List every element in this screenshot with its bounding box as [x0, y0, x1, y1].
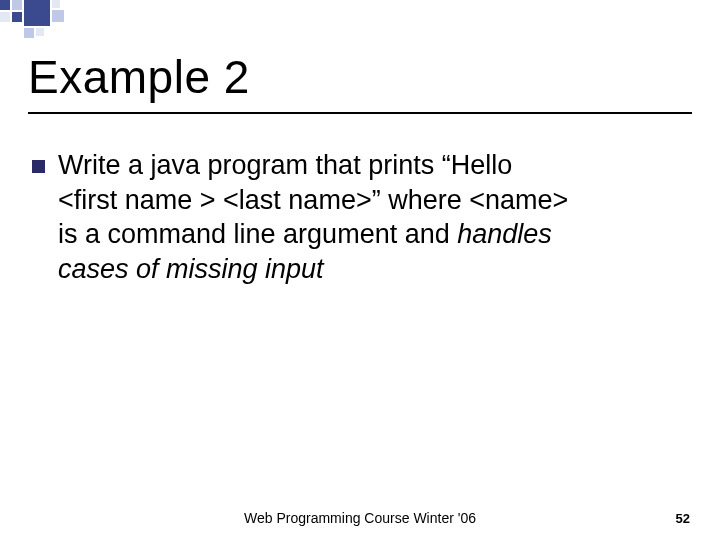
bullet-line2: <first name > <last name>” where <name>	[58, 185, 568, 215]
bullet-icon	[32, 160, 45, 173]
decorative-corner	[0, 0, 160, 40]
slide-title: Example 2	[28, 50, 250, 104]
page-number: 52	[676, 511, 690, 526]
bullet-text: Write a java program that prints “Hello …	[58, 148, 666, 286]
bullet-line4: cases of missing input	[58, 254, 324, 284]
bullet-line1: Write a java program that prints “Hello	[58, 150, 512, 180]
slide: Example 2 Write a java program that prin…	[0, 0, 720, 540]
footer-text: Web Programming Course Winter '06	[0, 510, 720, 526]
bullet-line3a: is a command line argument and	[58, 219, 457, 249]
title-divider	[28, 112, 692, 114]
bullet-line3b: handles	[457, 219, 552, 249]
